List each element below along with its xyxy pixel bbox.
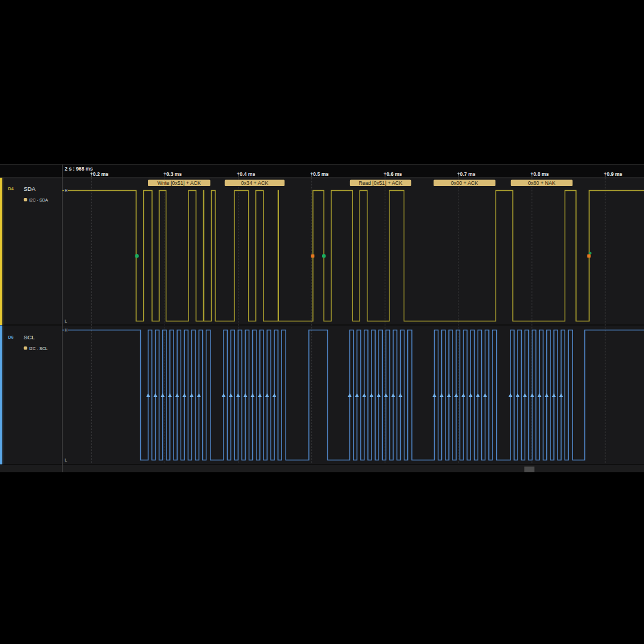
svg-text:2 s : 968 ms: 2 s : 968 ms (65, 166, 93, 172)
svg-text:Write [0x51] + ACK: Write [0x51] + ACK (157, 180, 201, 186)
svg-text:D6: D6 (8, 335, 14, 340)
svg-text:+0.5 ms: +0.5 ms (310, 171, 329, 177)
svg-text:SCL: SCL (23, 334, 35, 340)
svg-text:H: H (65, 328, 68, 332)
svg-text:I2C - SDA: I2C - SDA (29, 198, 48, 202)
svg-text:I2C - SCL: I2C - SCL (29, 346, 48, 351)
svg-text:H: H (65, 188, 68, 193)
svg-text:0x00 + ACK: 0x00 + ACK (451, 180, 478, 186)
svg-text:+0.8 ms: +0.8 ms (531, 171, 549, 177)
svg-text:+0.7 ms: +0.7 ms (457, 171, 475, 177)
svg-text:Read [0x51] + ACK: Read [0x51] + ACK (358, 180, 402, 186)
svg-text:D4: D4 (8, 186, 14, 191)
svg-text:L: L (65, 319, 67, 323)
svg-text:0x34 + ACK: 0x34 + ACK (241, 180, 268, 186)
svg-text:+0.9 ms: +0.9 ms (604, 171, 623, 177)
svg-text:+0.4 ms: +0.4 ms (237, 171, 255, 177)
svg-text:+0.2 ms: +0.2 ms (90, 171, 109, 177)
svg-text:+0.6 ms: +0.6 ms (383, 171, 402, 177)
svg-text:+0.3 ms: +0.3 ms (163, 171, 182, 177)
svg-text:SDA: SDA (23, 185, 36, 192)
svg-text:0x80 + NAK: 0x80 + NAK (528, 180, 555, 186)
svg-text:L: L (65, 458, 67, 462)
